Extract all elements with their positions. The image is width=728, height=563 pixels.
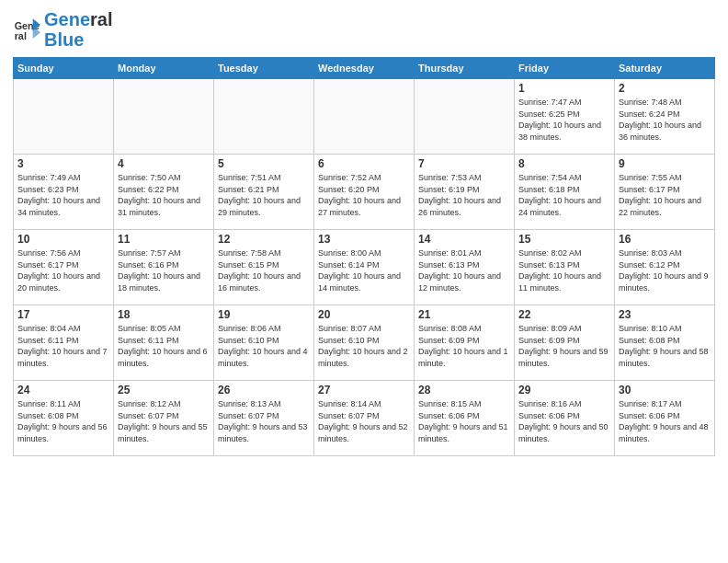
calendar-week-row: 10Sunrise: 7:56 AMSunset: 6:17 PMDayligh… [14, 230, 715, 305]
day-info: Sunrise: 7:50 AMSunset: 6:22 PMDaylight:… [118, 172, 210, 218]
day-info: Sunrise: 7:47 AMSunset: 6:25 PMDaylight:… [518, 97, 610, 143]
calendar-cell: 30Sunrise: 8:17 AMSunset: 6:06 PMDayligh… [615, 381, 715, 456]
calendar-table: SundayMondayTuesdayWednesdayThursdayFrid… [13, 57, 715, 456]
day-number: 30 [619, 384, 711, 396]
day-number: 12 [218, 233, 310, 246]
weekday-header: Tuesday [214, 58, 314, 79]
calendar-cell: 12Sunrise: 7:58 AMSunset: 6:15 PMDayligh… [214, 230, 314, 305]
day-number: 15 [518, 233, 610, 246]
day-number: 10 [17, 233, 109, 246]
calendar-cell: 28Sunrise: 8:15 AMSunset: 6:06 PMDayligh… [415, 381, 515, 456]
calendar-cell [114, 79, 214, 155]
day-number: 13 [318, 233, 410, 246]
day-number: 16 [619, 233, 711, 246]
calendar-cell: 5Sunrise: 7:51 AMSunset: 6:21 PMDaylight… [214, 155, 314, 230]
main-container: Gene ral GeneralBlue SundayMondayTuesday… [0, 0, 728, 462]
day-info: Sunrise: 8:11 AMSunset: 6:08 PMDaylight:… [17, 398, 109, 444]
calendar-cell: 21Sunrise: 8:08 AMSunset: 6:09 PMDayligh… [415, 305, 515, 381]
day-info: Sunrise: 8:07 AMSunset: 6:10 PMDaylight:… [318, 323, 410, 369]
day-number: 20 [318, 308, 410, 321]
day-number: 9 [619, 157, 711, 170]
day-number: 27 [318, 384, 410, 396]
day-number: 29 [518, 384, 610, 396]
calendar-cell: 25Sunrise: 8:12 AMSunset: 6:07 PMDayligh… [114, 381, 214, 456]
calendar-cell: 17Sunrise: 8:04 AMSunset: 6:11 PMDayligh… [14, 305, 114, 381]
day-info: Sunrise: 8:16 AMSunset: 6:06 PMDaylight:… [518, 398, 610, 444]
day-info: Sunrise: 8:02 AMSunset: 6:13 PMDaylight:… [518, 247, 610, 293]
day-number: 11 [118, 233, 210, 246]
day-number: 18 [118, 308, 210, 321]
day-info: Sunrise: 8:15 AMSunset: 6:06 PMDaylight:… [418, 398, 510, 444]
day-info: Sunrise: 8:14 AMSunset: 6:07 PMDaylight:… [318, 398, 410, 444]
calendar-cell: 27Sunrise: 8:14 AMSunset: 6:07 PMDayligh… [314, 381, 415, 456]
weekday-header: Sunday [14, 58, 114, 79]
calendar-cell: 16Sunrise: 8:03 AMSunset: 6:12 PMDayligh… [615, 230, 715, 305]
day-info: Sunrise: 7:55 AMSunset: 6:17 PMDaylight:… [619, 172, 711, 218]
day-number: 14 [418, 233, 510, 246]
day-info: Sunrise: 8:17 AMSunset: 6:06 PMDaylight:… [619, 398, 711, 444]
day-info: Sunrise: 7:56 AMSunset: 6:17 PMDaylight:… [17, 247, 109, 293]
header: Gene ral GeneralBlue [13, 9, 715, 50]
svg-text:ral: ral [15, 30, 27, 41]
day-info: Sunrise: 8:00 AMSunset: 6:14 PMDaylight:… [318, 247, 410, 293]
day-number: 7 [418, 157, 510, 170]
calendar-cell: 9Sunrise: 7:55 AMSunset: 6:17 PMDaylight… [615, 155, 715, 230]
day-number: 26 [218, 384, 310, 396]
day-info: Sunrise: 8:13 AMSunset: 6:07 PMDaylight:… [218, 398, 310, 444]
calendar-cell: 14Sunrise: 8:01 AMSunset: 6:13 PMDayligh… [415, 230, 515, 305]
day-info: Sunrise: 7:58 AMSunset: 6:15 PMDaylight:… [218, 247, 310, 293]
day-number: 5 [218, 157, 310, 170]
calendar-cell: 13Sunrise: 8:00 AMSunset: 6:14 PMDayligh… [314, 230, 415, 305]
calendar-cell: 2Sunrise: 7:48 AMSunset: 6:24 PMDaylight… [615, 79, 715, 155]
day-info: Sunrise: 7:52 AMSunset: 6:20 PMDaylight:… [318, 172, 410, 218]
calendar-cell: 11Sunrise: 7:57 AMSunset: 6:16 PMDayligh… [114, 230, 214, 305]
calendar-week-row: 24Sunrise: 8:11 AMSunset: 6:08 PMDayligh… [14, 381, 715, 456]
day-info: Sunrise: 8:03 AMSunset: 6:12 PMDaylight:… [619, 247, 711, 293]
day-info: Sunrise: 7:51 AMSunset: 6:21 PMDaylight:… [218, 172, 310, 218]
day-info: Sunrise: 7:49 AMSunset: 6:23 PMDaylight:… [17, 172, 109, 218]
logo-text: GeneralBlue [44, 9, 113, 50]
calendar-cell: 22Sunrise: 8:09 AMSunset: 6:09 PMDayligh… [515, 305, 615, 381]
calendar-cell: 20Sunrise: 8:07 AMSunset: 6:10 PMDayligh… [314, 305, 415, 381]
calendar-week-row: 3Sunrise: 7:49 AMSunset: 6:23 PMDaylight… [14, 155, 715, 230]
calendar-cell: 7Sunrise: 7:53 AMSunset: 6:19 PMDaylight… [415, 155, 515, 230]
day-number: 19 [218, 308, 310, 321]
calendar-cell: 6Sunrise: 7:52 AMSunset: 6:20 PMDaylight… [314, 155, 415, 230]
calendar-cell: 15Sunrise: 8:02 AMSunset: 6:13 PMDayligh… [515, 230, 615, 305]
calendar-week-row: 1Sunrise: 7:47 AMSunset: 6:25 PMDaylight… [14, 79, 715, 155]
calendar-cell: 23Sunrise: 8:10 AMSunset: 6:08 PMDayligh… [615, 305, 715, 381]
day-info: Sunrise: 8:08 AMSunset: 6:09 PMDaylight:… [418, 323, 510, 369]
day-number: 22 [518, 308, 610, 321]
day-info: Sunrise: 7:57 AMSunset: 6:16 PMDaylight:… [118, 247, 210, 293]
weekday-header-row: SundayMondayTuesdayWednesdayThursdayFrid… [14, 58, 715, 79]
calendar-cell: 10Sunrise: 7:56 AMSunset: 6:17 PMDayligh… [14, 230, 114, 305]
logo: Gene ral GeneralBlue [13, 9, 113, 50]
day-number: 17 [17, 308, 109, 321]
day-info: Sunrise: 8:09 AMSunset: 6:09 PMDaylight:… [518, 323, 610, 369]
calendar-cell: 29Sunrise: 8:16 AMSunset: 6:06 PMDayligh… [515, 381, 615, 456]
day-info: Sunrise: 7:48 AMSunset: 6:24 PMDaylight:… [619, 97, 711, 143]
calendar-cell [314, 79, 415, 155]
calendar-cell: 18Sunrise: 8:05 AMSunset: 6:11 PMDayligh… [114, 305, 214, 381]
calendar-cell [415, 79, 515, 155]
day-info: Sunrise: 8:06 AMSunset: 6:10 PMDaylight:… [218, 323, 310, 369]
weekday-header: Friday [515, 58, 615, 79]
day-info: Sunrise: 8:01 AMSunset: 6:13 PMDaylight:… [418, 247, 510, 293]
day-info: Sunrise: 7:53 AMSunset: 6:19 PMDaylight:… [418, 172, 510, 218]
calendar-cell: 24Sunrise: 8:11 AMSunset: 6:08 PMDayligh… [14, 381, 114, 456]
weekday-header: Wednesday [314, 58, 415, 79]
weekday-header: Monday [114, 58, 214, 79]
calendar-cell [214, 79, 314, 155]
calendar-cell [14, 79, 114, 155]
logo-icon: Gene ral [13, 16, 40, 43]
day-number: 23 [619, 308, 711, 321]
calendar-cell: 19Sunrise: 8:06 AMSunset: 6:10 PMDayligh… [214, 305, 314, 381]
day-info: Sunrise: 8:12 AMSunset: 6:07 PMDaylight:… [118, 398, 210, 444]
day-number: 1 [518, 82, 610, 95]
day-info: Sunrise: 8:10 AMSunset: 6:08 PMDaylight:… [619, 323, 711, 369]
day-number: 4 [118, 157, 210, 170]
day-number: 21 [418, 308, 510, 321]
weekday-header: Thursday [415, 58, 515, 79]
day-number: 3 [17, 157, 109, 170]
day-number: 24 [17, 384, 109, 396]
